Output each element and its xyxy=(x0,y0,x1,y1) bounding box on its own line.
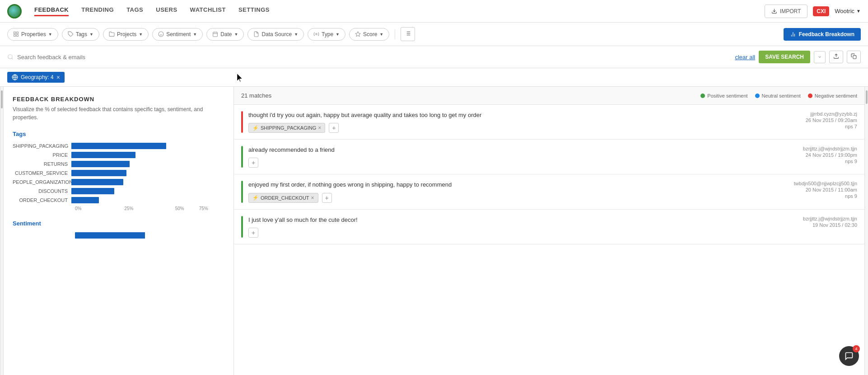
chart-bar-2 xyxy=(71,161,130,167)
export-button[interactable] xyxy=(829,51,843,63)
nav-feedback[interactable]: FEEDBACK xyxy=(34,6,69,16)
geography-filter-close[interactable]: × xyxy=(56,74,60,81)
left-scrollbar[interactable] xyxy=(0,87,4,375)
properties-filter[interactable]: Properties ▼ xyxy=(7,28,58,41)
feedback-meta-3: bzrjjttz.j@wjndstrjjzm.tjjn 19 Nov 2015 … xyxy=(785,216,857,238)
share-button[interactable] xyxy=(847,51,861,63)
user-name: Wootric xyxy=(835,8,854,14)
chart-bar-3 xyxy=(71,170,126,176)
feedback-text-0: thought i'd try you out again, happy but… xyxy=(248,111,785,119)
add-tag-button-1[interactable]: + xyxy=(248,158,258,168)
left-scroll-thumb xyxy=(1,90,3,108)
add-tag-button-2[interactable]: + xyxy=(322,193,332,203)
tag-chip-0: ⚡ SHIPPING_PACKAGING × xyxy=(248,123,325,133)
save-search-dropdown[interactable] xyxy=(814,51,826,63)
type-filter[interactable]: Type ▼ xyxy=(308,28,345,41)
add-tag-button-0[interactable]: + xyxy=(329,123,339,133)
geography-filter-label: Geography: 4 xyxy=(21,74,54,80)
date-filter[interactable]: Date ▼ xyxy=(206,28,244,41)
nav-watchlist[interactable]: WATCHLIST xyxy=(190,6,226,16)
chart-row-4: PEOPLE_ORGANIZATION xyxy=(13,179,224,185)
filter-sort-button[interactable] xyxy=(401,27,415,41)
chart-bar-wrap-0 xyxy=(71,143,224,149)
score-filter[interactable]: Score ▼ xyxy=(349,28,389,41)
sentiment-label: Sentiment xyxy=(166,31,191,38)
nav-users[interactable]: USERS xyxy=(156,6,177,16)
feedback-item-0: thought i'd try you out again, happy but… xyxy=(234,105,864,140)
properties-label: Properties xyxy=(21,31,46,38)
projects-label: Projects xyxy=(117,31,136,38)
svg-rect-4 xyxy=(17,35,19,37)
data-source-filter[interactable]: Data Source ▼ xyxy=(247,28,304,41)
sentiment-bar-2 xyxy=(241,181,243,202)
feedback-score-1: nps 9 xyxy=(785,159,857,164)
tag-chip-close-2[interactable]: × xyxy=(311,195,314,201)
search-bar: clear all SAVE SEARCH xyxy=(0,46,868,68)
user-menu[interactable]: Wootric ▼ xyxy=(835,8,861,14)
nav-tags[interactable]: TAGS xyxy=(126,6,143,16)
sentiment-legend: Positive sentiment Neutral sentiment Neg… xyxy=(700,93,857,98)
sentiment-chevron-icon: ▼ xyxy=(193,32,197,37)
date-chevron-icon: ▼ xyxy=(234,32,238,37)
tag-chip-close-0[interactable]: × xyxy=(318,125,321,131)
nav-right: IMPORT CXI Wootric ▼ xyxy=(765,5,861,18)
main-content: FEEDBACK BREAKDOWN Visualize the % of se… xyxy=(0,87,868,375)
feedback-list: thought i'd try you out again, happy but… xyxy=(234,105,864,375)
left-panel: FEEDBACK BREAKDOWN Visualize the % of se… xyxy=(4,87,234,375)
svg-rect-27 xyxy=(853,56,856,59)
feedback-text-1: already recommended to a friend xyxy=(248,146,785,154)
negative-label: Negative sentiment xyxy=(815,93,857,98)
svg-rect-3 xyxy=(14,35,16,37)
sentiment-bar-3 xyxy=(241,216,243,238)
clear-all-button[interactable]: clear all xyxy=(735,54,755,61)
add-tag-button-3[interactable]: + xyxy=(248,228,258,238)
feedback-tags-row-2: ⚡ ORDER_CHECKOUT × + xyxy=(248,193,785,203)
chart-row-2: RETURNS xyxy=(13,161,224,167)
feedback-date-1: 24 Nov 2015 / 19:00pm xyxy=(785,152,857,158)
active-filters: Geography: 4 × xyxy=(0,68,868,87)
globe-icon xyxy=(12,74,18,80)
chart-label-5: DISCOUNTS xyxy=(13,188,71,194)
feedback-tags-row-3: + xyxy=(248,228,785,238)
chat-bubble[interactable]: 4 xyxy=(839,346,859,366)
geography-filter-tag: Geography: 4 × xyxy=(7,72,65,83)
chart-bar-wrap-5 xyxy=(71,188,224,194)
properties-chevron-icon: ▼ xyxy=(48,32,52,37)
right-scrollbar[interactable] xyxy=(864,87,868,375)
x-label-2: 50% xyxy=(175,206,199,211)
sentiment-bar-0 xyxy=(241,111,243,133)
projects-filter[interactable]: Projects ▼ xyxy=(103,28,149,41)
tags-section-title: Tags xyxy=(13,131,224,137)
tags-filter[interactable]: Tags ▼ xyxy=(62,28,99,41)
sentiment-bar-1 xyxy=(241,146,243,168)
matches-count: 21 matches xyxy=(241,92,271,99)
feedback-date-3: 19 Nov 2015 / 02:30 xyxy=(785,222,857,228)
tag-chip-icon-0: ⚡ xyxy=(252,125,259,131)
x-label-1: 25% xyxy=(124,206,175,211)
logo xyxy=(7,4,22,19)
feedback-text-3: I just love y'all so much for the cute d… xyxy=(248,216,785,224)
negative-dot xyxy=(808,94,812,98)
tag-chip-label-0: SHIPPING_PACKAGING xyxy=(261,125,316,131)
svg-rect-2 xyxy=(17,32,19,34)
save-search-button[interactable]: SAVE SEARCH xyxy=(759,51,810,63)
data-source-label: Data Source xyxy=(261,31,292,38)
feedback-email-0: jjjrrbd.cyzn@yzybb.zj xyxy=(785,111,857,117)
chart-row-6: ORDER_CHECKOUT xyxy=(13,197,224,203)
panel-description: Visualize the % of selected feedback tha… xyxy=(13,105,224,122)
right-panel: 21 matches Positive sentiment Neutral se… xyxy=(234,87,864,375)
nav-settings[interactable]: SETTINGS xyxy=(238,6,270,16)
top-nav: FEEDBACK TRENDING TAGS USERS WATCHLIST S… xyxy=(0,0,868,23)
feedback-tags-row-0: ⚡ SHIPPING_PACKAGING × + xyxy=(248,123,785,133)
feedback-breakdown-button[interactable]: Feedback Breakdown xyxy=(784,28,861,41)
panel-title: FEEDBACK BREAKDOWN xyxy=(13,96,224,103)
sentiment-section-title: Sentiment xyxy=(13,220,224,227)
search-input[interactable] xyxy=(17,54,731,61)
import-button[interactable]: IMPORT xyxy=(765,5,807,18)
results-header: 21 matches Positive sentiment Neutral se… xyxy=(234,87,864,105)
feedback-score-0: nps 7 xyxy=(785,124,857,129)
cxi-badge: CXI xyxy=(813,6,829,16)
sentiment-filter[interactable]: Sentiment ▼ xyxy=(152,28,203,41)
type-label: Type xyxy=(322,31,333,38)
nav-trending[interactable]: TRENDING xyxy=(81,6,114,16)
